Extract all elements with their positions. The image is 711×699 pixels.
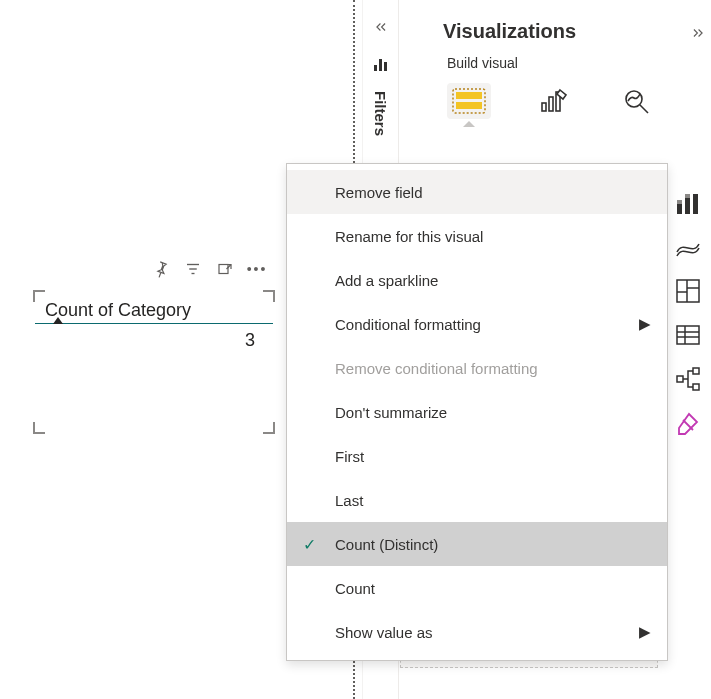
menu-item-label: Show value as <box>335 624 433 641</box>
pane-subtitle: Build visual <box>399 55 666 79</box>
visual-header-text: Count of Category <box>45 300 191 320</box>
menu-count-distinct[interactable]: ✓ Count (Distinct) <box>287 522 667 566</box>
pin-icon[interactable] <box>152 260 170 278</box>
menu-dont-summarize[interactable]: Don't summarize <box>287 390 667 434</box>
more-options-icon[interactable]: ••• <box>248 260 266 278</box>
svg-rect-22 <box>677 326 699 344</box>
menu-remove-field[interactable]: Remove field <box>287 170 667 214</box>
menu-count[interactable]: Count <box>287 566 667 610</box>
svg-line-29 <box>683 420 693 430</box>
svg-rect-13 <box>677 204 682 214</box>
menu-remove-conditional-formatting: Remove conditional formatting <box>287 346 667 390</box>
tab-format-visual[interactable] <box>531 83 575 119</box>
field-context-menu: Remove field Rename for this visual Add … <box>286 163 668 661</box>
checkmark-icon: ✓ <box>303 535 316 554</box>
svg-rect-6 <box>456 92 482 99</box>
viz-ribbon-icon[interactable] <box>675 234 701 260</box>
filters-label: Filters <box>372 91 389 136</box>
filters-mini-icon <box>374 57 387 71</box>
visual-column-header[interactable]: Count of Category <box>35 292 273 324</box>
expand-chevron-icon[interactable] <box>690 24 706 45</box>
pane-title: Visualizations <box>443 20 576 42</box>
menu-add-sparkline[interactable]: Add a sparkline <box>287 258 667 302</box>
menu-item-label: Add a sparkline <box>335 272 438 289</box>
svg-rect-8 <box>542 103 546 111</box>
menu-item-label: Last <box>335 492 363 509</box>
svg-rect-17 <box>685 194 690 198</box>
menu-rename-for-visual[interactable]: Rename for this visual <box>287 214 667 258</box>
viz-tabs <box>399 79 666 131</box>
viz-stacked-column-icon[interactable] <box>675 190 701 216</box>
visual-toolbar: ••• <box>152 260 266 278</box>
menu-item-label: Conditional formatting <box>335 316 481 333</box>
svg-rect-14 <box>685 198 690 214</box>
svg-rect-27 <box>693 368 699 374</box>
menu-item-label: Remove field <box>335 184 423 201</box>
card-visual[interactable]: Count of Category 3 <box>35 292 273 432</box>
focus-mode-icon[interactable] <box>216 260 234 278</box>
collapse-chevron-icon[interactable] <box>373 20 389 37</box>
resize-handle-br[interactable] <box>263 422 275 434</box>
menu-conditional-formatting[interactable]: Conditional formatting ▶ <box>287 302 667 346</box>
svg-rect-26 <box>677 376 683 382</box>
visual-value: 3 <box>35 324 273 357</box>
menu-item-label: Don't summarize <box>335 404 447 421</box>
menu-item-label: Remove conditional formatting <box>335 360 538 377</box>
menu-item-label: First <box>335 448 364 465</box>
tab-build-visual[interactable] <box>447 83 491 119</box>
svg-rect-7 <box>456 102 482 109</box>
menu-show-value-as[interactable]: Show value as ▶ <box>287 610 667 654</box>
menu-first[interactable]: First <box>287 434 667 478</box>
viz-table-icon[interactable] <box>675 322 701 348</box>
viz-eraser-icon[interactable] <box>675 410 701 436</box>
svg-rect-16 <box>677 200 682 204</box>
submenu-arrow-icon: ▶ <box>639 623 651 641</box>
svg-rect-18 <box>677 280 699 302</box>
tab-analytics[interactable] <box>615 83 659 119</box>
menu-last[interactable]: Last <box>287 478 667 522</box>
svg-rect-15 <box>693 194 698 214</box>
sort-ascending-icon <box>53 317 63 324</box>
menu-item-label: Count <box>335 580 375 597</box>
resize-handle-bl[interactable] <box>33 422 45 434</box>
viz-decomposition-icon[interactable] <box>675 366 701 392</box>
menu-item-label: Rename for this visual <box>335 228 483 245</box>
svg-rect-9 <box>549 97 553 111</box>
visual-type-strip <box>670 190 706 436</box>
filter-icon[interactable] <box>184 260 202 278</box>
menu-item-label: Count (Distinct) <box>335 536 438 553</box>
submenu-arrow-icon: ▶ <box>639 315 651 333</box>
svg-line-4 <box>227 265 232 270</box>
viz-treemap-icon[interactable] <box>675 278 701 304</box>
svg-line-12 <box>640 105 648 113</box>
svg-rect-28 <box>693 384 699 390</box>
